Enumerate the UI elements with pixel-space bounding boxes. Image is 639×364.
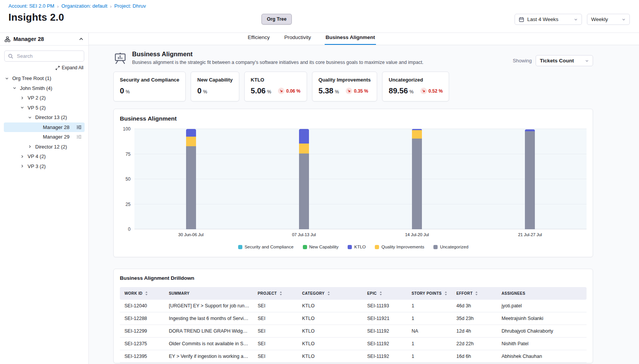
tab-productivity[interactable]: Productivity (284, 34, 312, 45)
table-cell: 1 (407, 350, 452, 363)
search-input[interactable] (16, 53, 80, 59)
tree-item-john-smith-4-[interactable]: John Smith (4) (4, 83, 85, 93)
table-cell: 46d 3h (452, 300, 497, 312)
legend-swatch (375, 245, 379, 249)
tree-item-label: VP 3 (2) (28, 163, 46, 169)
expand-all-button[interactable]: Expand All (5, 65, 83, 70)
breadcrumb-account[interactable]: Account: SEI 2.0 PM (8, 3, 54, 9)
showing-select[interactable]: Tickets Count (536, 55, 593, 66)
metric-card-ktlo: KTLO5.06%0.06 % (244, 72, 307, 101)
metric-cards: Security and Compliance0%New Capability0… (113, 72, 593, 101)
metric-value: 0 (120, 87, 124, 95)
sort-icon[interactable] (379, 291, 382, 296)
chevron-down-icon[interactable] (20, 105, 28, 110)
trend-down-icon (420, 88, 427, 94)
chevron-right-icon[interactable] (20, 154, 28, 159)
table-cell: 12d 4h (452, 325, 497, 338)
column-label: PROJECT (258, 291, 277, 295)
section-title: Business Alignment (132, 51, 423, 58)
chevron-right-icon[interactable] (20, 96, 28, 100)
legend-swatch (238, 245, 242, 249)
table-cell: SEI (253, 300, 297, 312)
gridline (134, 179, 587, 179)
stacked-bar-07-jul-13-jul (299, 129, 309, 229)
metric-unit: % (409, 89, 413, 95)
chevron-right-icon: › (110, 3, 111, 9)
column-header-story-points[interactable]: STORY POINTS (407, 287, 452, 300)
table-cell: SEI-11193 (363, 300, 407, 312)
table-cell: 22d 22h (452, 338, 497, 350)
metric-delta-value: 0.35 % (354, 88, 368, 94)
tree-item-vp-2-2-[interactable]: VP 2 (2) (4, 93, 85, 103)
table-cell: SEI-11192 (363, 338, 407, 350)
x-axis-label: 14 Jul-20 Jul (405, 232, 429, 237)
chart-legend: Security and ComplianceNew CapabilityKTL… (120, 245, 587, 249)
filter-sliders-icon[interactable] (76, 134, 82, 139)
chevron-right-icon: › (57, 3, 59, 9)
legend-label: Security and Compliance (245, 245, 294, 249)
gridline (134, 129, 587, 129)
chevron-down-icon[interactable] (28, 115, 35, 120)
sidebar-header: Manager 28 (0, 33, 88, 46)
drilldown-title: Business Alignment Drilldown (120, 275, 587, 281)
tree-item-org-tree-root-1-[interactable]: Org Tree Root (1) (4, 73, 85, 83)
date-range-select[interactable]: Last 4 Weeks (515, 14, 582, 25)
tree-item-label: VP 4 (2) (28, 153, 46, 159)
bar-segment-ktlo (299, 129, 309, 144)
legend-item-ktlo: KTLO (348, 245, 366, 249)
sort-icon[interactable] (327, 291, 330, 296)
table-cell: Older Commits is not available in SEI - … (164, 338, 253, 350)
table-cell: 16d 6h (452, 350, 497, 363)
chevron-down-icon[interactable] (12, 86, 20, 90)
y-axis-tick: 100 (123, 126, 131, 132)
tree-item-vp-5-2-[interactable]: VP 5 (2) (4, 103, 85, 113)
org-hierarchy-icon (5, 36, 10, 42)
column-header-epic[interactable]: EPIC (363, 287, 407, 300)
sort-icon[interactable] (475, 291, 478, 296)
tree-item-manager-28[interactable]: Manager 28 (4, 122, 85, 132)
tree-item-vp-4-2-[interactable]: VP 4 (2) (4, 152, 85, 162)
calendar-icon (519, 17, 524, 22)
header-controls: Last 4 Weeks Weekly (515, 14, 630, 25)
chevron-down-icon[interactable] (5, 76, 12, 81)
chevron-right-icon[interactable] (20, 164, 28, 168)
table-cell: SEI-11192 (363, 350, 407, 363)
breadcrumb-organization[interactable]: Organization: default (61, 3, 107, 9)
legend-item-security-and-compliance: Security and Compliance (238, 245, 294, 249)
sidebar-title: Manager 28 (13, 36, 44, 42)
column-header-effort[interactable]: EFFORT (452, 287, 497, 300)
table-cell: SEI-12395 (120, 350, 164, 363)
gridline (134, 154, 587, 154)
sort-icon[interactable] (145, 291, 148, 296)
metric-unit: % (335, 89, 339, 95)
sort-icon[interactable] (279, 291, 283, 296)
drilldown-card: Business Alignment Drilldown WORK IDSUMM… (113, 269, 593, 363)
table-cell: jyoti.patel (497, 300, 587, 312)
tree-item-director-13-2-[interactable]: Director 13 (2) (4, 113, 85, 122)
trend-down-icon (346, 88, 352, 94)
metric-card-quality-improvements: Quality Improvements5.38%0.35 % (312, 72, 378, 101)
tree-item-manager-29[interactable]: Manager 29 (4, 132, 85, 142)
tree-item-director-12-2-[interactable]: Director 12 (2) (4, 142, 85, 152)
legend-swatch (303, 245, 307, 249)
granularity-select[interactable]: Weekly (587, 14, 630, 25)
tab-business-alignment[interactable]: Business Alignment (325, 34, 376, 45)
chevron-up-icon[interactable] (78, 36, 84, 42)
column-header-project[interactable]: PROJECT (253, 287, 297, 300)
sort-icon[interactable] (444, 291, 448, 296)
breadcrumb-project[interactable]: Project: Dhruv (114, 3, 146, 9)
chevron-right-icon[interactable] (28, 144, 35, 149)
column-header-category[interactable]: CATEGORY (297, 287, 363, 300)
tab-efficiency[interactable]: Efficiency (247, 34, 271, 45)
org-tree-button[interactable]: Org Tree (261, 14, 292, 24)
column-header-work-id[interactable]: WORK ID (120, 287, 164, 300)
bar-segment-uncategorized (186, 146, 196, 229)
table-cell: [URGENT] EY > Support for job run par... (164, 300, 253, 312)
filter-sliders-icon[interactable] (76, 125, 82, 130)
table-cell: KTLO (297, 350, 363, 363)
metric-value: 5.06 (251, 87, 266, 95)
metric-value-row: 0% (120, 87, 179, 95)
y-axis-tick: 25 (126, 202, 131, 207)
tree-item-vp-3-2-[interactable]: VP 3 (2) (4, 162, 85, 171)
sidebar-search[interactable] (4, 51, 84, 62)
